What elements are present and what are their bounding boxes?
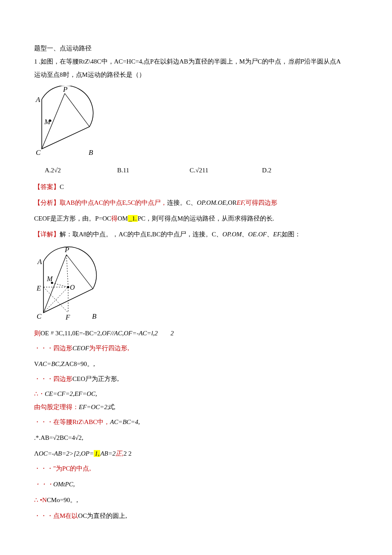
svg-text:O: O <box>70 284 75 291</box>
analysis-t1: 取AB的中点AC的中点E,5C的中点尸， <box>60 199 167 206</box>
analysis-line1: 【分析】取AB的中点AC的中点E,5C的中点尸，连接。C、OP.OM.OE,OR… <box>34 197 366 209</box>
ceof2-b: CEO尸为正方形, <box>72 375 119 382</box>
stem-text-1b: 沿半圆从点A <box>304 58 341 65</box>
ncmo-b: CMo=90。, <box>47 497 78 503</box>
analysis-t3: OP.OM.OE, <box>197 199 228 206</box>
svg-text:B: B <box>92 312 97 320</box>
detail-d: OE.OF <box>248 231 267 238</box>
analysis-t4: OR <box>228 199 237 206</box>
oe-b: OE〃3C,11,0E=-BC=2, <box>40 330 102 337</box>
oc-c: AB=2 <box>100 450 115 457</box>
ceof1-b: CEOF <box>72 345 89 352</box>
line-cecf: ∴・CE=CF=2,EF=OC, <box>34 388 366 400</box>
analysis-t5: EF, <box>237 199 245 206</box>
svg-text:A: A <box>37 258 42 266</box>
line-rtabc: ・・・在等腰RtZ\ABC中，AC=BC=4, <box>34 416 366 428</box>
option-d: D.2 <box>251 165 324 176</box>
oc-d: 正, <box>115 450 124 457</box>
rtabc-b: AC=BC=4, <box>110 418 140 425</box>
analysis2-c: OM <box>118 215 128 222</box>
svg-text:P: P <box>63 86 67 93</box>
detail-label: 【详解】 <box>34 231 60 238</box>
stem-em: 当前P <box>288 58 304 65</box>
svg-point-17 <box>67 286 69 288</box>
detail-g: 如图： <box>282 231 301 238</box>
line-omtpc: ・・・OMtPC, <box>34 479 366 490</box>
gougu-a: 由勾股定理得： <box>34 404 79 410</box>
ceof1-a: ・・・四边形 <box>34 345 72 352</box>
acbc-b: AC=BC, <box>39 360 61 367</box>
ceof1-c: 为平行四边形, <box>89 345 129 352</box>
svg-text:B: B <box>89 148 93 157</box>
ceof2-a: ・・・四边形 <box>34 375 72 382</box>
line-ab: .*.AB=√2BC=4√2, <box>34 432 366 444</box>
diagram-semicircle-2: A P M O E C F B <box>34 245 107 322</box>
line-ceof1: ・・・四边形CEOF为平行四边形, <box>34 343 366 354</box>
gougu-b: EF=OC=2式, <box>79 404 115 410</box>
detail-e: 、 <box>267 231 273 238</box>
detail-c: 、 <box>242 231 248 238</box>
acbc-c: ZAC8=90。, <box>61 360 95 367</box>
analysis2-d-hl: _1. <box>128 215 138 222</box>
oc-e: 2 2 <box>124 450 132 457</box>
detail-line: 【详解】解：取A8的中点。，AC的中点E,BC的中点尸，连接。C、OP.OM、O… <box>34 229 366 240</box>
svg-text:E: E <box>36 284 41 292</box>
svg-text:C: C <box>36 148 41 157</box>
analysis2-b: 得 <box>111 215 118 222</box>
svg-text:P: P <box>64 246 69 254</box>
oe-d <box>158 330 170 337</box>
answer-options: A.2√2 B.11 C.√211 D.2 <box>34 165 324 176</box>
line-acbc: VAC=BC,ZAC8=90。, <box>34 358 366 370</box>
svg-text:C: C <box>37 312 42 320</box>
omtpc-a: ・・・ <box>34 481 53 488</box>
line-oe: 则OE〃3C,11,0E=-BC=2,OF//AC,OF=-AC=l,2 2 <box>34 328 366 339</box>
figure-2: A P M O E C F B <box>34 245 107 322</box>
line-last: ・・・点M在以OC为直径的圆上, <box>34 510 366 522</box>
acbc-a: V <box>34 360 39 367</box>
analysis-line2: CEOF是正方形，由。P=OC得OM_1.PC，则可得点M的运动路径，从而求得路… <box>34 213 366 224</box>
analysis-label: 【分析】 <box>34 199 60 206</box>
last-b: OC为直径的圆上, <box>78 512 127 519</box>
oc-b: OC=-AB=2>[2,OP= <box>39 450 94 457</box>
answer-label: 【答案】 <box>34 183 60 190</box>
analysis-t2: 连接。C、 <box>167 199 197 206</box>
line-ceof2: ・・・四边形CEO尸为正方形, <box>34 373 366 385</box>
diagram-semicircle-1: A P M C B <box>34 86 102 158</box>
option-b: B.11 <box>107 165 179 176</box>
ab-text: .*.AB=√2BC=4√2, <box>34 434 83 441</box>
svg-text:M: M <box>44 118 51 126</box>
svg-line-1 <box>65 93 89 127</box>
oe-a: 则 <box>34 330 40 337</box>
section-heading: 题型一、点运动路径 <box>34 43 366 54</box>
oc-hl: 1, <box>94 450 100 457</box>
oe-c: OF//AC,OF=-AC=l,2 <box>102 330 158 337</box>
ncmo-a: ∴ •N <box>34 497 47 503</box>
cecf-b: CE=CF=2,EF=OC, <box>45 390 97 397</box>
line-pc: ・・・"为PC的中点, <box>34 463 366 474</box>
option-c: C.√211 <box>179 165 251 176</box>
detail-f: EF, <box>273 231 282 238</box>
svg-text:A: A <box>35 96 40 104</box>
last-a: ・・・点M在以 <box>34 512 78 519</box>
analysis-t6: 可得四边形 <box>245 199 277 206</box>
answer-line: 【答案】C <box>34 181 366 193</box>
figure-1: A P M C B <box>34 86 102 158</box>
line-oc: ΛOC=-AB=2>[2,OP=1,AB=2正,2 2 <box>34 448 366 459</box>
omtpc-b: OMtPC, <box>53 481 75 488</box>
analysis2-a: CEOF是正方形，由。P=OC <box>34 215 111 222</box>
answer-value: C <box>60 183 64 190</box>
rtabc-a: ・・・在等腰RtZ\ABC中， <box>34 418 110 425</box>
detail-a: 解：取A8的中点。，AC的中点E,BC的中点尸，连接。C、 <box>60 231 222 238</box>
oe-e: 2 <box>170 330 174 337</box>
line-ncmo: ∴ •NCMo=90。, <box>34 494 366 506</box>
svg-text:M: M <box>46 275 53 282</box>
detail-b: OP.OM <box>222 231 242 238</box>
analysis2-e: PC，则可得点M的运动路径，从而求得路径的长. <box>138 215 274 222</box>
stem-text-1: 1 .如图，在等腰RtZ\48C中，AC=HC=4,点P在以斜边AB为直径的半圆… <box>34 58 288 65</box>
svg-text:F: F <box>65 313 70 321</box>
line-gougu: 由勾股定理得：EF=OC=2式, <box>34 401 366 413</box>
option-a: A.2√2 <box>34 165 107 176</box>
oc-a: Λ <box>34 450 39 457</box>
svg-line-14 <box>66 255 68 287</box>
question-stem-line1: 1 .如图，在等腰RtZ\48C中，AC=HC=4,点P在以斜边AB为直径的半圆… <box>34 56 366 67</box>
